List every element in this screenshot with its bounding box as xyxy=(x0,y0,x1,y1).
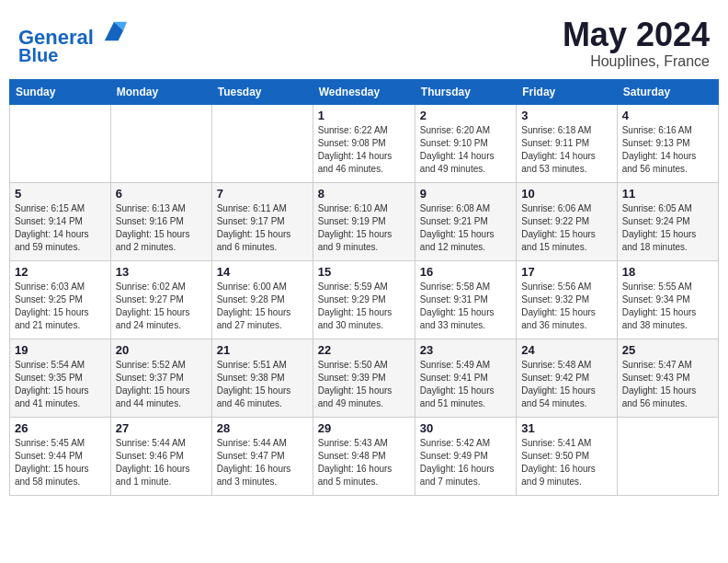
day-number: 5 xyxy=(15,187,106,201)
day-number: 26 xyxy=(15,421,106,435)
day-info: Sunrise: 6:15 AM Sunset: 9:14 PM Dayligh… xyxy=(15,202,106,254)
day-number: 3 xyxy=(521,109,611,122)
day-info: Sunrise: 5:47 AM Sunset: 9:43 PM Dayligh… xyxy=(622,359,713,410)
calendar-day-cell xyxy=(211,105,313,183)
day-number: 6 xyxy=(116,187,207,201)
day-number: 19 xyxy=(15,343,106,357)
day-number: 20 xyxy=(116,343,207,357)
header: General Blue May 2024 Houplines, France xyxy=(9,9,719,75)
day-info: Sunrise: 5:45 AM Sunset: 9:44 PM Dayligh… xyxy=(15,437,106,488)
calendar-day-cell: 12Sunrise: 6:03 AM Sunset: 9:25 PM Dayli… xyxy=(10,261,111,339)
calendar-week-row: 5Sunrise: 6:15 AM Sunset: 9:14 PM Daylig… xyxy=(10,183,719,261)
day-number: 21 xyxy=(217,343,308,357)
day-info: Sunrise: 6:05 AM Sunset: 9:24 PM Dayligh… xyxy=(622,202,713,254)
day-info: Sunrise: 5:50 AM Sunset: 9:39 PM Dayligh… xyxy=(318,359,410,410)
calendar-day-cell: 2Sunrise: 6:20 AM Sunset: 9:10 PM Daylig… xyxy=(415,105,516,183)
calendar-day-cell: 10Sunrise: 6:06 AM Sunset: 9:22 PM Dayli… xyxy=(517,183,617,261)
day-number: 15 xyxy=(318,265,410,279)
calendar-day-cell: 27Sunrise: 5:44 AM Sunset: 9:46 PM Dayli… xyxy=(110,418,211,496)
calendar-day-cell: 29Sunrise: 5:43 AM Sunset: 9:48 PM Dayli… xyxy=(313,418,415,496)
calendar-day-cell: 5Sunrise: 6:15 AM Sunset: 9:14 PM Daylig… xyxy=(10,183,111,261)
calendar-day-cell: 13Sunrise: 6:02 AM Sunset: 9:27 PM Dayli… xyxy=(110,261,211,339)
calendar-day-cell: 18Sunrise: 5:55 AM Sunset: 9:34 PM Dayli… xyxy=(617,261,718,339)
calendar-day-cell: 4Sunrise: 6:16 AM Sunset: 9:13 PM Daylig… xyxy=(617,105,718,183)
calendar-week-row: 26Sunrise: 5:45 AM Sunset: 9:44 PM Dayli… xyxy=(10,418,719,496)
calendar-day-cell: 11Sunrise: 6:05 AM Sunset: 9:24 PM Dayli… xyxy=(617,183,718,261)
day-number: 28 xyxy=(217,421,308,435)
day-number: 24 xyxy=(521,343,611,357)
calendar-day-cell: 14Sunrise: 6:00 AM Sunset: 9:28 PM Dayli… xyxy=(211,261,313,339)
day-number: 27 xyxy=(116,421,207,435)
calendar-day-cell xyxy=(110,105,211,183)
day-info: Sunrise: 6:16 AM Sunset: 9:13 PM Dayligh… xyxy=(622,124,713,176)
calendar-day-cell: 26Sunrise: 5:45 AM Sunset: 9:44 PM Dayli… xyxy=(10,418,111,496)
calendar-body: 1Sunrise: 6:22 AM Sunset: 9:08 PM Daylig… xyxy=(10,105,719,496)
day-info: Sunrise: 5:59 AM Sunset: 9:29 PM Dayligh… xyxy=(318,281,410,332)
day-info: Sunrise: 6:06 AM Sunset: 9:22 PM Dayligh… xyxy=(521,202,611,254)
calendar-day-cell: 6Sunrise: 6:13 AM Sunset: 9:16 PM Daylig… xyxy=(110,183,211,261)
title-area: May 2024 Houplines, France xyxy=(563,18,710,70)
day-info: Sunrise: 6:13 AM Sunset: 9:16 PM Dayligh… xyxy=(116,202,207,254)
day-info: Sunrise: 5:55 AM Sunset: 9:34 PM Dayligh… xyxy=(622,281,713,332)
day-number: 8 xyxy=(318,187,410,201)
calendar-day-cell: 20Sunrise: 5:52 AM Sunset: 9:37 PM Dayli… xyxy=(110,339,211,418)
day-number: 14 xyxy=(217,265,308,279)
weekday-header-cell: Thursday xyxy=(415,80,516,105)
calendar-day-cell: 24Sunrise: 5:48 AM Sunset: 9:42 PM Dayli… xyxy=(517,339,617,418)
logo: General Blue xyxy=(18,18,127,65)
weekday-header-cell: Tuesday xyxy=(211,80,313,105)
weekday-header-row: SundayMondayTuesdayWednesdayThursdayFrid… xyxy=(10,80,719,105)
weekday-header-cell: Sunday xyxy=(10,80,111,105)
calendar-day-cell: 17Sunrise: 5:56 AM Sunset: 9:32 PM Dayli… xyxy=(517,261,617,339)
calendar-day-cell: 28Sunrise: 5:44 AM Sunset: 9:47 PM Dayli… xyxy=(211,418,313,496)
day-info: Sunrise: 6:02 AM Sunset: 9:27 PM Dayligh… xyxy=(116,281,207,332)
day-info: Sunrise: 5:49 AM Sunset: 9:41 PM Dayligh… xyxy=(420,359,511,410)
day-info: Sunrise: 5:54 AM Sunset: 9:35 PM Dayligh… xyxy=(15,359,106,410)
calendar-day-cell: 23Sunrise: 5:49 AM Sunset: 9:41 PM Dayli… xyxy=(415,339,516,418)
calendar-day-cell: 19Sunrise: 5:54 AM Sunset: 9:35 PM Dayli… xyxy=(10,339,111,418)
weekday-header-cell: Saturday xyxy=(617,80,718,105)
calendar-day-cell: 7Sunrise: 6:11 AM Sunset: 9:17 PM Daylig… xyxy=(211,183,313,261)
day-number: 11 xyxy=(622,187,713,201)
day-number: 18 xyxy=(622,265,713,279)
calendar-day-cell: 31Sunrise: 5:41 AM Sunset: 9:50 PM Dayli… xyxy=(517,418,617,496)
day-info: Sunrise: 5:44 AM Sunset: 9:46 PM Dayligh… xyxy=(116,437,207,488)
day-number: 12 xyxy=(15,265,106,279)
day-info: Sunrise: 6:00 AM Sunset: 9:28 PM Dayligh… xyxy=(217,281,308,332)
day-number: 10 xyxy=(521,187,611,201)
day-info: Sunrise: 6:03 AM Sunset: 9:25 PM Dayligh… xyxy=(15,281,106,332)
day-number: 7 xyxy=(217,187,308,201)
calendar-day-cell: 8Sunrise: 6:10 AM Sunset: 9:19 PM Daylig… xyxy=(313,183,415,261)
calendar-day-cell: 9Sunrise: 6:08 AM Sunset: 9:21 PM Daylig… xyxy=(415,183,516,261)
calendar-day-cell: 30Sunrise: 5:42 AM Sunset: 9:49 PM Dayli… xyxy=(415,418,516,496)
calendar-week-row: 12Sunrise: 6:03 AM Sunset: 9:25 PM Dayli… xyxy=(10,261,719,339)
weekday-header-cell: Monday xyxy=(110,80,211,105)
calendar-week-row: 19Sunrise: 5:54 AM Sunset: 9:35 PM Dayli… xyxy=(10,339,719,418)
day-number: 16 xyxy=(420,265,511,279)
calendar-day-cell: 22Sunrise: 5:50 AM Sunset: 9:39 PM Dayli… xyxy=(313,339,415,418)
day-number: 4 xyxy=(622,109,713,122)
day-info: Sunrise: 5:58 AM Sunset: 9:31 PM Dayligh… xyxy=(420,281,511,332)
day-info: Sunrise: 5:52 AM Sunset: 9:37 PM Dayligh… xyxy=(116,359,207,410)
day-number: 9 xyxy=(420,187,511,201)
day-info: Sunrise: 5:44 AM Sunset: 9:47 PM Dayligh… xyxy=(217,437,308,488)
day-info: Sunrise: 6:22 AM Sunset: 9:08 PM Dayligh… xyxy=(318,124,410,176)
day-number: 29 xyxy=(318,421,410,435)
day-number: 31 xyxy=(521,421,611,435)
day-number: 13 xyxy=(116,265,207,279)
day-info: Sunrise: 6:08 AM Sunset: 9:21 PM Dayligh… xyxy=(420,202,511,254)
day-info: Sunrise: 6:18 AM Sunset: 9:11 PM Dayligh… xyxy=(521,124,611,176)
day-number: 1 xyxy=(318,109,410,122)
weekday-header-cell: Wednesday xyxy=(313,80,415,105)
day-number: 2 xyxy=(420,109,511,122)
day-info: Sunrise: 6:10 AM Sunset: 9:19 PM Dayligh… xyxy=(318,202,410,254)
day-info: Sunrise: 5:42 AM Sunset: 9:49 PM Dayligh… xyxy=(420,437,511,488)
calendar-day-cell: 3Sunrise: 6:18 AM Sunset: 9:11 PM Daylig… xyxy=(517,105,617,183)
calendar-day-cell: 15Sunrise: 5:59 AM Sunset: 9:29 PM Dayli… xyxy=(313,261,415,339)
day-number: 23 xyxy=(420,343,511,357)
logo-icon xyxy=(101,18,127,44)
day-number: 22 xyxy=(318,343,410,357)
calendar-day-cell: 25Sunrise: 5:47 AM Sunset: 9:43 PM Dayli… xyxy=(617,339,718,418)
day-number: 30 xyxy=(420,421,511,435)
calendar-day-cell: 21Sunrise: 5:51 AM Sunset: 9:38 PM Dayli… xyxy=(211,339,313,418)
